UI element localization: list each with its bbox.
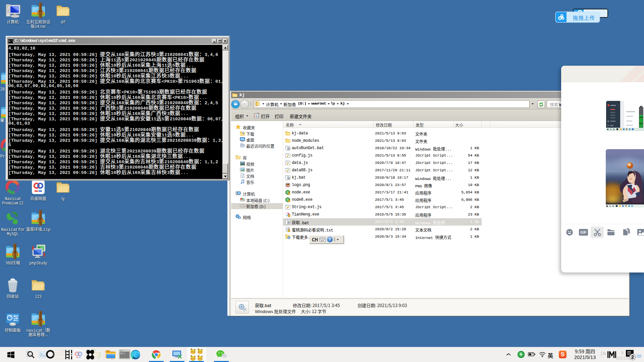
svg-text:1: 1	[629, 165, 630, 167]
svg-text:C:\: C:\	[120, 352, 125, 355]
